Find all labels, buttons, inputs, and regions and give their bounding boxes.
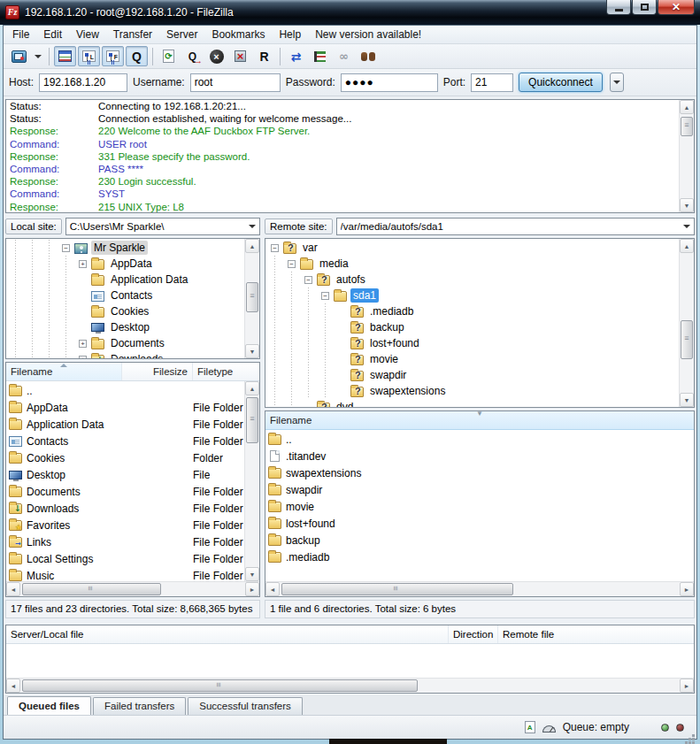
file-row[interactable]: .mediadb bbox=[265, 548, 694, 565]
tree-item[interactable]: movie bbox=[266, 351, 679, 367]
scroll-down-icon[interactable]: ▼ bbox=[245, 567, 259, 581]
splitter-collapse-icon[interactable]: ▼ bbox=[474, 411, 485, 418]
synchronized-browsing-button[interactable]: ∞ bbox=[333, 46, 355, 66]
scroll-left-icon[interactable]: ◄ bbox=[6, 582, 20, 596]
local-tree-scrollbar[interactable]: ▲ ▼ bbox=[244, 239, 259, 358]
host-input[interactable] bbox=[39, 73, 127, 92]
expand-icon[interactable]: + bbox=[79, 356, 87, 359]
column-header-filetype[interactable]: Filetype bbox=[193, 363, 259, 380]
process-queue-button[interactable]: Q bbox=[181, 46, 204, 66]
file-row[interactable]: LinksFile Folder bbox=[6, 533, 244, 550]
file-row[interactable]: Local SettingsFile Folder bbox=[6, 550, 244, 567]
close-button[interactable]: ✕ bbox=[658, 0, 695, 15]
file-row[interactable]: .. bbox=[6, 382, 244, 399]
password-input[interactable] bbox=[341, 73, 438, 92]
menu-item-help[interactable]: Help bbox=[272, 27, 308, 42]
toggle-message-log-button[interactable] bbox=[54, 46, 76, 66]
local-site-combo[interactable]: C:\Users\Mr Sparkle\ bbox=[65, 218, 260, 235]
scroll-right-icon[interactable]: ► bbox=[245, 582, 259, 596]
queue-column-direction[interactable]: Direction bbox=[449, 625, 498, 643]
menu-item-view[interactable]: View bbox=[69, 27, 106, 42]
tree-twist[interactable]: − bbox=[58, 240, 74, 256]
collapse-icon[interactable]: − bbox=[288, 260, 296, 268]
tree-twist[interactable]: + bbox=[74, 256, 91, 272]
tab-queued-files[interactable]: Queued files bbox=[7, 696, 91, 715]
remote-list-hscrollbar[interactable]: ◄ ► bbox=[265, 581, 694, 596]
tree-twist[interactable]: − bbox=[283, 256, 300, 272]
toggle-local-tree-button[interactable]: L bbox=[78, 46, 100, 66]
tree-item[interactable]: −var bbox=[266, 240, 679, 256]
tree-item[interactable]: −media bbox=[266, 256, 679, 272]
directory-comparison-button[interactable] bbox=[309, 46, 331, 66]
scroll-up-icon[interactable]: ▲ bbox=[245, 239, 259, 253]
refresh-button[interactable]: ⟳ bbox=[158, 46, 180, 66]
file-row[interactable]: .. bbox=[265, 431, 694, 448]
resize-grip[interactable] bbox=[692, 734, 695, 737]
tree-item[interactable]: −Mr Sparkle bbox=[7, 240, 244, 256]
file-row[interactable]: MusicFile Folder bbox=[6, 567, 244, 581]
menu-item-file[interactable]: File bbox=[5, 27, 36, 42]
local-list-scrollbar[interactable]: ▲ ▼ bbox=[244, 381, 259, 581]
file-row[interactable]: DesktopFile bbox=[6, 466, 244, 483]
toggle-queue-button[interactable]: Q bbox=[126, 46, 148, 66]
menu-item-bookmarks[interactable]: Bookmarks bbox=[204, 27, 272, 42]
tree-item[interactable]: lost+found bbox=[266, 335, 679, 351]
menu-item-new-version-available[interactable]: New version available! bbox=[308, 27, 428, 42]
tree-twist[interactable]: − bbox=[266, 240, 283, 256]
quickconnect-dropdown[interactable] bbox=[610, 73, 624, 92]
scroll-left-icon[interactable]: ◄ bbox=[6, 679, 20, 693]
tree-item[interactable]: +AppData bbox=[7, 256, 244, 272]
port-input[interactable] bbox=[471, 73, 513, 92]
collapse-icon[interactable]: − bbox=[62, 244, 70, 252]
disconnect-button[interactable]: × bbox=[229, 46, 251, 66]
tree-item[interactable]: Application Data bbox=[7, 272, 244, 288]
queue-hscrollbar[interactable]: ◄ ► bbox=[6, 678, 694, 693]
tree-twist[interactable]: − bbox=[317, 288, 334, 303]
reconnect-button[interactable]: R bbox=[253, 46, 275, 66]
collapse-icon[interactable]: − bbox=[304, 276, 312, 284]
tree-twist[interactable]: − bbox=[300, 272, 317, 288]
remote-tree-scrollbar[interactable]: ▲ ▼ bbox=[679, 239, 694, 407]
tree-item[interactable]: −autofs bbox=[266, 272, 679, 288]
file-row[interactable]: CookiesFolder bbox=[6, 449, 244, 466]
username-input[interactable] bbox=[190, 73, 281, 92]
file-row[interactable]: DownloadsFile Folder bbox=[6, 500, 244, 517]
tree-item[interactable]: Cookies bbox=[7, 303, 244, 319]
tree-item[interactable]: Contacts bbox=[7, 288, 244, 303]
file-row[interactable]: backup bbox=[265, 532, 694, 548]
site-manager-dropdown[interactable] bbox=[32, 46, 44, 66]
tab-failed-transfers[interactable]: Failed transfers bbox=[93, 697, 186, 715]
file-row[interactable]: ContactsFile Folder bbox=[6, 433, 244, 449]
scroll-up-icon[interactable]: ▲ bbox=[680, 239, 694, 253]
scroll-down-icon[interactable]: ▼ bbox=[680, 393, 694, 407]
file-row[interactable]: FavoritesFile Folder bbox=[6, 517, 244, 533]
tab-successful-transfers[interactable]: Successful transfers bbox=[188, 697, 303, 715]
local-list-hscrollbar[interactable]: ◄ ► bbox=[6, 581, 259, 596]
tree-item[interactable]: swapdir bbox=[266, 367, 679, 383]
minimize-button[interactable] bbox=[606, 0, 631, 15]
tree-twist[interactable]: + bbox=[74, 335, 91, 351]
message-log-scrollbar[interactable]: ▲ ▼ bbox=[679, 100, 694, 212]
file-row[interactable]: movie bbox=[265, 498, 694, 515]
tree-twist[interactable]: + bbox=[74, 351, 91, 358]
scroll-up-icon[interactable]: ▲ bbox=[680, 100, 694, 114]
column-header-filename[interactable]: Filename bbox=[6, 363, 122, 380]
file-row[interactable]: DocumentsFile Folder bbox=[6, 483, 244, 500]
tree-item[interactable]: Desktop bbox=[7, 319, 244, 335]
scroll-right-icon[interactable]: ► bbox=[680, 679, 694, 693]
menu-item-edit[interactable]: Edit bbox=[36, 27, 69, 42]
toggle-remote-tree-button[interactable]: F bbox=[102, 46, 124, 66]
tree-item[interactable]: swapextensions bbox=[266, 383, 679, 399]
tree-item[interactable]: .mediadb bbox=[266, 303, 679, 319]
scroll-left-icon[interactable]: ◄ bbox=[265, 582, 280, 596]
menu-item-transfer[interactable]: Transfer bbox=[106, 27, 159, 42]
file-row[interactable]: Application DataFile Folder bbox=[6, 416, 244, 433]
tree-item[interactable]: dvd bbox=[266, 399, 679, 407]
collapse-icon[interactable]: − bbox=[271, 244, 279, 252]
queue-column-server-local-file[interactable]: Server/Local file bbox=[6, 625, 449, 643]
file-row[interactable]: AppDataFile Folder bbox=[6, 399, 244, 416]
menu-item-server[interactable]: Server bbox=[159, 27, 204, 42]
tree-item[interactable]: −sda1 bbox=[266, 288, 679, 303]
collapse-icon[interactable]: − bbox=[321, 292, 329, 300]
scroll-down-icon[interactable]: ▼ bbox=[245, 344, 259, 358]
